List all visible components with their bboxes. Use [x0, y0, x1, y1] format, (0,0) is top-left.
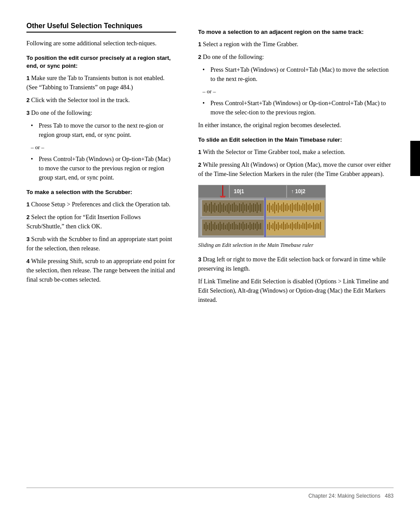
- r-step1: 1 Select a region with the Time Grabber.: [198, 40, 394, 49]
- left-step2: 2 Click with the Selector tool in the tr…: [26, 95, 176, 105]
- bullet-item-1: Press Tab to move the cursor to the next…: [31, 121, 176, 139]
- svg-rect-27: [232, 204, 233, 212]
- svg-rect-110: [260, 223, 261, 229]
- r2-step1: 1 With the Selector or Time Grabber tool…: [198, 147, 394, 157]
- r2-step2-text: While pressing Alt (Windows) or Option (…: [198, 161, 391, 177]
- svg-rect-75: [320, 202, 321, 212]
- svg-rect-23: [225, 205, 226, 211]
- svg-rect-104: [250, 222, 251, 230]
- svg-rect-11: [204, 205, 205, 212]
- svg-rect-87: [220, 222, 221, 231]
- r2-step3: 3 Drag left or right to move the Edit se…: [198, 255, 394, 273]
- step1-text: Make sure the Tab to Transients button i…: [26, 75, 165, 91]
- s2-step-number-2: 2: [26, 214, 31, 220]
- svg-rect-79: [206, 222, 206, 231]
- svg-rect-108: [257, 222, 258, 231]
- svg-rect-116: [274, 221, 275, 231]
- svg-rect-102: [246, 223, 247, 229]
- svg-rect-48: [273, 204, 273, 212]
- svg-rect-29: [236, 205, 236, 212]
- svg-rect-35: [246, 204, 247, 212]
- svg-rect-142: [320, 222, 321, 230]
- svg-rect-59: [292, 203, 293, 213]
- r2-step-number-2: 2: [198, 161, 203, 168]
- svg-rect-62: [297, 202, 298, 211]
- svg-rect-81: [209, 223, 210, 230]
- svg-rect-93: [230, 224, 231, 229]
- svg-rect-117: [276, 224, 277, 229]
- svg-rect-17: [214, 203, 215, 213]
- svg-rect-57: [288, 205, 289, 210]
- r-bullet-list-1: Press Start+Tab (Windows) or Control+Tab…: [203, 65, 394, 84]
- svg-rect-105: [251, 224, 252, 229]
- svg-rect-64: [301, 205, 302, 210]
- svg-rect-136: [309, 223, 310, 228]
- r2-step1-text: With the Selector or Time Grabber tool, …: [203, 149, 345, 155]
- svg-rect-123: [287, 223, 287, 229]
- svg-text:↑ 10|2: ↑ 10|2: [291, 188, 306, 194]
- s2-step1: 1 Choose Setup > Preferences and click t…: [26, 200, 176, 209]
- intro-paragraph: Following are some additional selection …: [26, 39, 176, 48]
- svg-rect-100: [243, 222, 243, 231]
- svg-rect-122: [285, 224, 286, 229]
- svg-rect-72: [315, 205, 316, 211]
- svg-text:10|1: 10|1: [234, 188, 244, 194]
- svg-rect-40: [255, 204, 256, 211]
- svg-rect-89: [223, 223, 224, 230]
- left-column: Other Useful Selection Techniques Follow…: [26, 22, 189, 309]
- timebase-ruler-image: 10|1 ↑ 10|2: [198, 185, 326, 238]
- svg-rect-137: [311, 225, 312, 227]
- page-tab: [410, 141, 420, 176]
- svg-rect-31: [239, 203, 240, 212]
- r-section1-para: In either instance, the original region …: [198, 121, 394, 130]
- bullet-item-2: Press Control+Tab (Windows) or Op-tion+T…: [31, 154, 176, 182]
- step3-bullet-list-2: Press Control+Tab (Windows) or Op-tion+T…: [31, 154, 176, 182]
- step3-bullet-list: Press Tab to move the cursor to the next…: [31, 121, 176, 139]
- svg-rect-73: [317, 203, 317, 211]
- svg-rect-95: [234, 222, 235, 230]
- r-step2-intro: 2 Do one of the following:: [198, 52, 394, 62]
- svg-rect-69: [309, 204, 310, 211]
- svg-rect-28: [234, 202, 235, 212]
- svg-rect-67: [306, 202, 307, 212]
- svg-rect-120: [281, 224, 282, 229]
- svg-rect-134: [306, 222, 307, 230]
- or-separator-1: – or –: [31, 143, 176, 152]
- svg-rect-32: [241, 204, 242, 211]
- svg-rect-12: [206, 203, 206, 213]
- svg-rect-42: [258, 205, 259, 211]
- svg-rect-133: [304, 224, 305, 229]
- step-number-1: 1: [26, 75, 31, 81]
- svg-rect-34: [244, 205, 245, 211]
- svg-rect-115: [273, 223, 273, 229]
- svg-rect-121: [283, 222, 284, 230]
- svg-rect-38: [251, 205, 252, 212]
- r2-step2: 2 While pressing Alt (Windows) or Option…: [198, 160, 394, 179]
- svg-rect-30: [237, 205, 238, 211]
- svg-rect-55: [285, 205, 286, 211]
- svg-rect-97: [237, 225, 238, 229]
- s2-step-number-4: 4: [26, 258, 31, 264]
- r-bullet-item-2: Press Control+Start+Tab (Windows) or Op-…: [203, 99, 394, 117]
- svg-rect-86: [218, 224, 219, 230]
- left-step1: 1 Make sure the Tab to Transients button…: [26, 73, 176, 92]
- svg-rect-61: [295, 204, 296, 211]
- s2-step4: 4 While pressing Shift, scrub to an appr…: [26, 257, 176, 284]
- s2-step1-text: Choose Setup > Preferences and click the…: [31, 201, 170, 208]
- svg-rect-39: [253, 203, 254, 212]
- svg-rect-83: [213, 224, 214, 229]
- svg-rect-106: [253, 223, 254, 230]
- svg-rect-131: [301, 225, 302, 228]
- s2-step-number-1: 1: [26, 201, 31, 208]
- svg-rect-20: [220, 202, 221, 213]
- s2-step-number-3: 3: [26, 236, 31, 242]
- svg-rect-129: [297, 222, 298, 229]
- svg-rect-109: [258, 224, 259, 229]
- s2-step3: 3 Scrub with the Scrubber to find an app…: [26, 235, 176, 253]
- svg-rect-98: [239, 223, 240, 230]
- svg-rect-15: [211, 202, 212, 213]
- svg-rect-78: [204, 224, 205, 229]
- r2-step-number-3: 3: [198, 256, 203, 263]
- svg-rect-22: [223, 203, 224, 212]
- ruler-svg: 10|1 ↑ 10|2: [199, 185, 326, 238]
